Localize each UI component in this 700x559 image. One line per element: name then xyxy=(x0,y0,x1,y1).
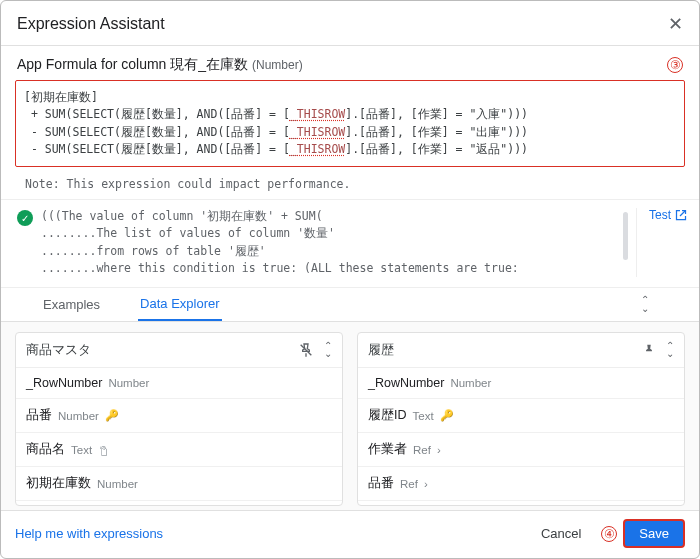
table-name: 履歴 xyxy=(368,341,394,359)
thisrow-token: _THISROW xyxy=(290,107,345,121)
save-button[interactable]: Save xyxy=(623,519,685,548)
table-row[interactable]: 品番Ref› xyxy=(358,467,684,501)
table-row[interactable]: 履歴IDText🔑 xyxy=(358,399,684,433)
tab-examples[interactable]: Examples xyxy=(41,289,102,320)
table-row[interactable]: 作業Enum xyxy=(358,501,684,505)
tabs-bar: Examples Data Explorer ⌃⌄ xyxy=(1,288,699,322)
table-row[interactable]: 現有_在庫数Number xyxy=(16,501,342,505)
table-row[interactable]: 初期在庫数Number xyxy=(16,467,342,501)
check-circle-icon: ✓ xyxy=(17,210,33,226)
table-row[interactable]: _RowNumberNumber xyxy=(16,368,342,399)
thisrow-token: _THISROW xyxy=(290,125,345,139)
table-row[interactable]: 作業者Ref› xyxy=(358,433,684,467)
validation-explanation: (((The value of column '初期在庫数' + SUM( ..… xyxy=(41,208,615,277)
tab-data-explorer[interactable]: Data Explorer xyxy=(138,288,221,321)
test-column: Test xyxy=(636,208,699,277)
help-link[interactable]: Help me with expressions xyxy=(15,526,163,541)
panel-collapse-toggle[interactable]: ⌃⌄ xyxy=(324,342,332,359)
column-list: _RowNumberNumber 品番Number🔑 商品名Text🏷 初期在庫… xyxy=(16,368,342,505)
pin-icon[interactable] xyxy=(642,343,656,357)
unpin-icon[interactable] xyxy=(298,342,314,358)
dialog-title: Expression Assistant xyxy=(17,15,165,33)
table-row[interactable]: _RowNumberNumber xyxy=(358,368,684,399)
key-icon: 🔑 xyxy=(105,409,119,422)
chevron-right-icon: › xyxy=(437,444,441,456)
table-panel-right: 履歴 ⌃⌄ _RowNumberNumber 履歴IDText🔑 作業者Ref›… xyxy=(357,332,685,506)
cancel-button[interactable]: Cancel xyxy=(531,520,591,547)
performance-note: Note: This expression could impact perfo… xyxy=(1,173,699,200)
thisrow-token: _THISROW xyxy=(290,142,345,156)
callout-badge-4: ④ xyxy=(601,526,617,542)
key-icon: 🔑 xyxy=(440,409,454,422)
close-button[interactable]: ✕ xyxy=(668,13,683,35)
dialog-footer: Help me with expressions Cancel ④ Save xyxy=(1,510,699,558)
data-explorer: 商品マスタ ⌃⌄ _RowNumberNumber 品番Number🔑 商品名T… xyxy=(1,322,699,510)
chevron-right-icon: › xyxy=(424,478,428,490)
open-external-icon xyxy=(675,209,687,221)
tabs-collapse-toggle[interactable]: ⌃⌄ xyxy=(641,296,659,313)
column-list: _RowNumberNumber 履歴IDText🔑 作業者Ref› 品番Ref… xyxy=(358,368,684,505)
table-name: 商品マスタ xyxy=(26,341,91,359)
table-row[interactable]: 商品名Text🏷 xyxy=(16,433,342,467)
formula-context-label: App Formula for column 現有_在庫数 (Number) xyxy=(17,56,303,74)
table-panel-header: 商品マスタ ⌃⌄ xyxy=(16,333,342,368)
panel-collapse-toggle[interactable]: ⌃⌄ xyxy=(666,342,674,359)
close-icon: ✕ xyxy=(668,14,683,34)
chevron-up-down-icon: ⌃⌄ xyxy=(641,296,649,313)
label-icon: 🏷 xyxy=(98,444,110,455)
test-link[interactable]: Test xyxy=(649,208,687,222)
expression-validation-panel: ✓ (((The value of column '初期在庫数' + SUM( … xyxy=(1,200,699,288)
table-panel-header: 履歴 ⌃⌄ xyxy=(358,333,684,368)
table-row[interactable]: 品番Number🔑 xyxy=(16,399,342,433)
dialog-header: Expression Assistant ✕ xyxy=(1,1,699,46)
subheader: App Formula for column 現有_在庫数 (Number) ③ xyxy=(1,46,699,80)
table-panel-left: 商品マスタ ⌃⌄ _RowNumberNumber 品番Number🔑 商品名T… xyxy=(15,332,343,506)
callout-badge-3: ③ xyxy=(667,57,683,73)
scrollbar[interactable] xyxy=(623,212,628,260)
expression-editor[interactable]: [初期在庫数] + SUM(SELECT(履歴[数量], AND([品番] = … xyxy=(15,80,685,167)
